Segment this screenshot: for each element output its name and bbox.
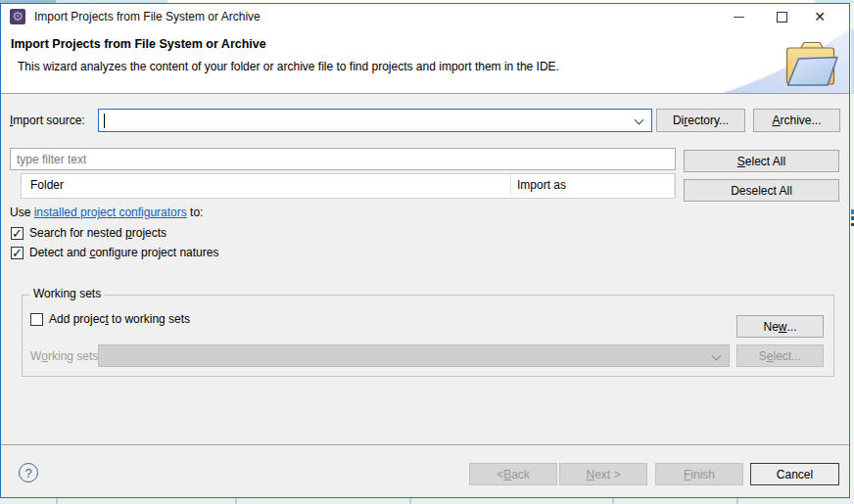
filter-input[interactable] xyxy=(10,148,676,170)
background-divider xyxy=(612,498,614,504)
wizard-description: This wizard analyzes the content of your… xyxy=(18,60,559,73)
import-wizard-dialog: ⚙ Import Projects from File System or Ar… xyxy=(0,3,850,498)
background-divider xyxy=(409,498,411,504)
working-sets-group-label: Working sets xyxy=(29,287,105,300)
open-folder-icon xyxy=(783,40,839,88)
minimize-button[interactable] xyxy=(722,4,755,29)
close-icon: ✕ xyxy=(814,10,826,23)
text-caret xyxy=(104,114,105,128)
minimize-icon xyxy=(734,17,744,18)
maximize-button[interactable] xyxy=(765,4,798,29)
detect-project-natures-checkbox[interactable] xyxy=(11,247,24,259)
back-button[interactable]: < Back xyxy=(469,463,557,485)
directory-button[interactable]: Directory... xyxy=(656,109,745,132)
background-divider xyxy=(56,498,58,504)
background-strip-bottom xyxy=(0,498,854,504)
archive-button[interactable]: Archive... xyxy=(753,109,840,132)
background-divider xyxy=(235,498,237,504)
cancel-button[interactable]: Cancel xyxy=(750,463,839,485)
help-icon: ? xyxy=(24,466,31,481)
next-button[interactable]: Next > xyxy=(559,463,647,485)
help-button[interactable]: ? xyxy=(19,463,38,482)
column-divider xyxy=(674,174,675,196)
new-working-set-button[interactable]: New... xyxy=(736,315,824,338)
maximize-icon xyxy=(777,12,787,23)
footer-separator xyxy=(1,444,849,445)
wizard-title: Import Projects from File System or Arch… xyxy=(11,37,266,51)
select-working-sets-button[interactable]: Select... xyxy=(736,344,824,367)
finish-button[interactable]: Finish xyxy=(655,463,743,485)
project-natures-option: Detect and configure project natures xyxy=(11,245,218,260)
chevron-down-icon xyxy=(635,115,644,125)
close-button[interactable]: ✕ xyxy=(803,4,836,29)
checkbox-label[interactable]: Add project to working sets xyxy=(49,312,190,326)
deselect-all-button[interactable]: Deselect All xyxy=(684,179,839,202)
background-divider xyxy=(736,498,738,504)
working-sets-label: Working sets: xyxy=(30,344,102,367)
eclipse-import-icon: ⚙ xyxy=(10,9,25,24)
column-header-folder[interactable]: Folder xyxy=(22,174,510,196)
add-to-working-sets-checkbox[interactable] xyxy=(30,313,43,326)
checkbox-label[interactable]: Search for nested projects xyxy=(29,226,166,240)
nested-projects-option: Search for nested projects xyxy=(11,225,166,241)
import-source-label: Import source: xyxy=(10,109,85,132)
search-nested-projects-checkbox[interactable] xyxy=(11,227,24,240)
wizard-header: Import Projects from File System or Arch… xyxy=(1,29,849,94)
column-header-import-as[interactable]: Import as xyxy=(511,174,657,196)
projects-table: Folder Import as xyxy=(21,173,676,199)
checkbox-label[interactable]: Detect and configure project natures xyxy=(29,246,218,259)
working-sets-combobox[interactable] xyxy=(98,344,730,367)
import-source-combobox[interactable] xyxy=(98,109,652,132)
chevron-down-icon xyxy=(712,351,722,361)
configurators-text-post: to: xyxy=(187,206,204,219)
window-title: Import Projects from File System or Arch… xyxy=(34,10,261,23)
add-to-working-sets-row: Add project to working sets xyxy=(30,311,190,327)
configurators-line: Use installed project configurators to: xyxy=(10,205,203,220)
configurators-text-pre: Use xyxy=(10,206,34,219)
select-all-button[interactable]: Select All xyxy=(684,150,839,172)
installed-project-configurators-link[interactable]: installed project configurators xyxy=(34,206,187,219)
working-sets-group: Working sets Add project to working sets… xyxy=(22,295,834,377)
